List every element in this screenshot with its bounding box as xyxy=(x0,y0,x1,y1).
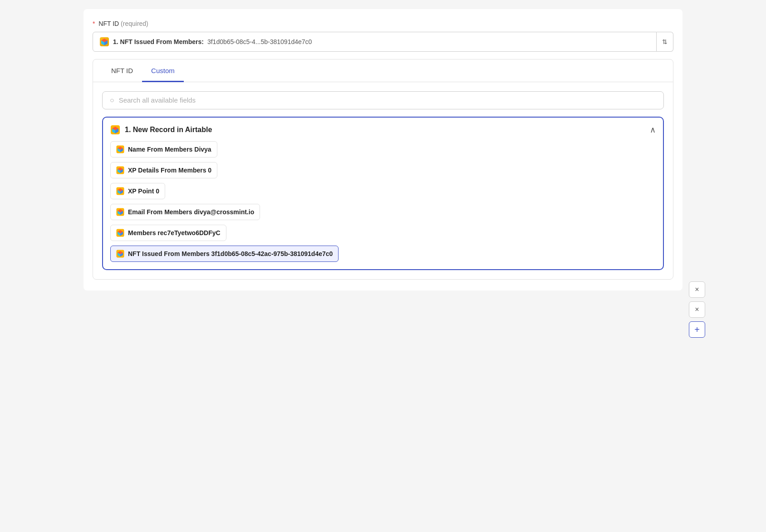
close-icon-2: × xyxy=(695,305,699,314)
record-header: 1. New Record in Airtable ∧ xyxy=(110,125,656,135)
main-container: * NFT ID (required) 1. NFT Issued From xyxy=(83,9,683,291)
chevron-up-icon[interactable]: ∧ xyxy=(650,125,656,135)
field-name: NFT ID xyxy=(98,20,119,27)
airtable-icon xyxy=(99,37,109,47)
field-label-name: Name From Members Divya xyxy=(128,146,211,153)
airtable-record-icon xyxy=(110,125,120,135)
selected-value-id: 3f1d0b65-08c5-4...5b-381091d4e7c0 xyxy=(207,38,312,45)
field-chip-xp-point[interactable]: XP Point 0 xyxy=(110,183,165,199)
search-input[interactable] xyxy=(119,96,656,104)
field-label-members: Members rec7eTyetwo6DDFyC xyxy=(128,229,221,236)
tab-nft-id[interactable]: NFT ID xyxy=(102,59,142,82)
required-marker: * xyxy=(93,20,95,27)
field-icon-xp-details xyxy=(116,166,124,174)
tabs-row: NFT ID Custom xyxy=(93,59,673,82)
field-icon-nft-issued xyxy=(116,250,124,258)
field-icon-email xyxy=(116,208,124,216)
selected-value-row: 1. NFT Issued From Members: 3f1d0b65-08c… xyxy=(93,32,673,52)
field-label-xp-details: XP Details From Members 0 xyxy=(128,167,211,174)
tab-custom[interactable]: Custom xyxy=(142,59,184,82)
field-label-nft-issued: NFT Issued From Members 3f1d0b65-08c5-42… xyxy=(128,250,333,257)
record-title-text: 1. New Record in Airtable xyxy=(125,126,212,134)
close-button-1[interactable]: × xyxy=(689,281,705,298)
plus-icon: + xyxy=(694,325,700,335)
expand-icon: ⇅ xyxy=(662,38,668,45)
panel-body: ○ 1. New Record in Airtable ∧ xyxy=(93,82,673,279)
close-button-2[interactable]: × xyxy=(689,301,705,318)
record-title: 1. New Record in Airtable xyxy=(110,125,212,135)
selected-value-box[interactable]: 1. NFT Issued From Members: 3f1d0b65-08c… xyxy=(93,32,657,52)
field-chip-nft-issued[interactable]: NFT Issued From Members 3f1d0b65-08c5-42… xyxy=(110,246,339,262)
search-box[interactable]: ○ xyxy=(102,91,664,109)
required-text: (required) xyxy=(121,20,148,27)
field-label: * NFT ID (required) xyxy=(93,20,673,27)
field-icon-members xyxy=(116,229,124,237)
right-buttons: × × + xyxy=(689,281,705,338)
field-chip-xp-details[interactable]: XP Details From Members 0 xyxy=(110,162,217,178)
field-chip-name[interactable]: Name From Members Divya xyxy=(110,141,217,158)
dropdown-panel: NFT ID Custom ○ xyxy=(93,59,673,280)
search-icon: ○ xyxy=(110,96,114,104)
close-icon-1: × xyxy=(695,286,699,294)
field-icon-name xyxy=(116,145,124,153)
expand-button[interactable]: ⇅ xyxy=(657,32,673,52)
field-icon-xp-point xyxy=(116,187,124,195)
field-chip-members[interactable]: Members rec7eTyetwo6DDFyC xyxy=(110,225,226,241)
record-section: 1. New Record in Airtable ∧ Name From Me… xyxy=(102,117,664,270)
field-label-xp-point: XP Point 0 xyxy=(128,187,159,195)
add-button[interactable]: + xyxy=(689,321,705,338)
selected-value-label: 1. NFT Issued From Members: xyxy=(113,38,204,45)
fields-list: Name From Members Divya XP Details From … xyxy=(110,141,656,262)
field-label-email: Email From Members divya@crossmint.io xyxy=(128,208,254,216)
field-chip-email[interactable]: Email From Members divya@crossmint.io xyxy=(110,204,260,220)
